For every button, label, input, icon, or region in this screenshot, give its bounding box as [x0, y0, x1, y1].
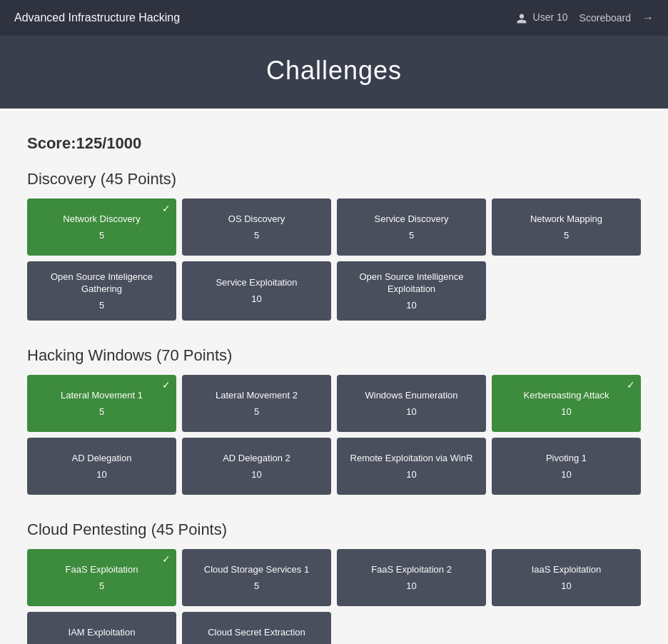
page-header: Challenges [0, 36, 668, 109]
challenge-card-2-0[interactable]: ✓FaaS Exploitation5 [27, 549, 176, 606]
challenge-card-1-3[interactable]: ✓Kerberoasting Attack10 [492, 375, 641, 432]
challenge-name: Network Mapping [530, 213, 602, 226]
challenge-points: 5 [99, 406, 104, 417]
challenge-name: Cloud Storage Services 1 [204, 564, 309, 576]
challenge-points: 5 [409, 230, 414, 241]
check-icon: ✓ [627, 379, 635, 391]
challenge-card-1-5[interactable]: AD Delegation 210 [182, 438, 331, 495]
challenge-card-1-1[interactable]: Lateral Movement 25 [182, 375, 331, 432]
challenge-points: 10 [406, 469, 416, 480]
challenge-name: Service Exploitation [216, 277, 297, 289]
challenge-name: FaaS Exploitation [66, 564, 138, 576]
score-display: Score:125/1000 [27, 134, 641, 153]
category-title-0: Discovery (45 Points) [27, 170, 641, 188]
challenge-card-0-4[interactable]: Open Source Inteligence Gathering5 [27, 261, 176, 321]
challenge-points: 10 [561, 469, 571, 480]
challenge-card-1-2[interactable]: Windows Enumeration10 [337, 375, 486, 432]
challenges-grid-0: ✓Network Discovery5OS Discovery5Service … [27, 198, 641, 321]
score-value: 125/1000 [76, 134, 141, 152]
challenge-points: 10 [561, 406, 571, 417]
challenge-name: Lateral Movement 1 [61, 390, 143, 402]
challenge-name: IAM Exploitation [69, 627, 136, 639]
challenge-name: Pivoting 1 [546, 453, 587, 465]
challenge-card-2-5[interactable]: Cloud Secret Extraction15 [182, 612, 331, 644]
challenge-name: Lateral Movement 2 [216, 390, 298, 402]
challenge-points: 5 [254, 230, 259, 241]
challenge-card-0-6[interactable]: Open Source Intelligence Exploitation10 [337, 261, 486, 321]
category-title-1: Hacking Windows (70 Points) [27, 346, 641, 365]
challenge-name: FaaS Exploitation 2 [371, 564, 452, 576]
logout-icon[interactable]: → [642, 11, 654, 24]
navbar-brand: Advanced Infrastructure Hacking [14, 11, 180, 24]
check-icon: ✓ [162, 553, 171, 565]
categories-container: Discovery (45 Points)✓Network Discovery5… [27, 170, 641, 644]
category-title-2: Cloud Pentesting (45 Points) [27, 520, 641, 539]
category-section-2: Cloud Pentesting (45 Points)✓FaaS Exploi… [27, 520, 641, 644]
challenges-grid-1: ✓Lateral Movement 15Lateral Movement 25W… [27, 375, 641, 495]
challenge-name: AD Delegation 2 [223, 453, 290, 465]
navbar-right: User 10 Scoreboard → [516, 11, 654, 24]
challenge-name: Remote Exploitation via WinR [350, 453, 473, 465]
page-title: Challenges [0, 56, 668, 86]
challenge-card-0-5[interactable]: Service Exploitation10 [182, 261, 331, 321]
challenge-card-1-0[interactable]: ✓Lateral Movement 15 [27, 375, 176, 432]
challenge-name: Cloud Secret Extraction [208, 627, 305, 639]
challenge-points: 10 [561, 580, 571, 591]
challenge-card-0-3[interactable]: Network Mapping5 [492, 198, 641, 256]
challenge-name: Kerberoasting Attack [524, 390, 609, 402]
challenge-points: 10 [406, 406, 416, 417]
challenge-points: 5 [99, 230, 104, 241]
challenge-card-2-2[interactable]: FaaS Exploitation 210 [337, 549, 486, 606]
score-label: Score: [27, 134, 76, 152]
challenge-card-1-6[interactable]: Remote Exploitation via WinR10 [337, 438, 486, 495]
challenge-points: 5 [99, 580, 104, 591]
challenge-name: Service Discovery [374, 213, 448, 226]
scoreboard-link[interactable]: Scoreboard [580, 12, 631, 24]
challenge-points: 10 [251, 293, 261, 304]
challenge-points: 10 [251, 469, 261, 480]
challenge-card-0-0[interactable]: ✓Network Discovery5 [27, 198, 176, 256]
challenge-card-2-4[interactable]: IAM Exploitation10 [27, 612, 176, 644]
challenge-name: Windows Enumeration [365, 390, 457, 402]
challenge-name: Open Source Inteligence Gathering [34, 271, 169, 296]
challenge-name: AD Delegation [72, 453, 132, 465]
challenge-points: 5 [254, 406, 259, 417]
challenge-points: 10 [406, 580, 416, 591]
challenge-points: 10 [96, 469, 106, 480]
check-icon: ✓ [162, 203, 171, 214]
challenge-points: 10 [406, 300, 416, 311]
challenge-points: 5 [564, 230, 569, 241]
check-icon: ✓ [162, 379, 171, 391]
challenge-card-2-1[interactable]: Cloud Storage Services 15 [182, 549, 331, 606]
challenge-card-2-3[interactable]: IaaS Exploitation10 [492, 549, 641, 606]
challenge-card-1-4[interactable]: AD Delegation10 [27, 438, 176, 495]
challenge-name: OS Discovery [228, 213, 285, 226]
challenge-name: Open Source Intelligence Exploitation [344, 271, 479, 296]
challenge-points: 5 [254, 580, 259, 591]
challenge-name: Network Discovery [63, 213, 140, 226]
user-info[interactable]: User 10 [516, 11, 568, 24]
category-section-0: Discovery (45 Points)✓Network Discovery5… [27, 170, 641, 321]
challenge-name: IaaS Exploitation [532, 564, 602, 576]
challenge-card-0-2[interactable]: Service Discovery5 [337, 198, 486, 256]
user-label: User 10 [533, 11, 568, 23]
category-section-1: Hacking Windows (70 Points)✓Lateral Move… [27, 346, 641, 495]
challenge-card-1-7[interactable]: Pivoting 110 [492, 438, 641, 495]
navbar: Advanced Infrastructure Hacking User 10 … [0, 0, 668, 36]
challenge-card-0-1[interactable]: OS Discovery5 [182, 198, 331, 256]
challenges-grid-2: ✓FaaS Exploitation5Cloud Storage Service… [27, 549, 641, 644]
challenge-points: 5 [99, 300, 104, 311]
main-content: Score:125/1000 Discovery (45 Points)✓Net… [13, 109, 655, 644]
